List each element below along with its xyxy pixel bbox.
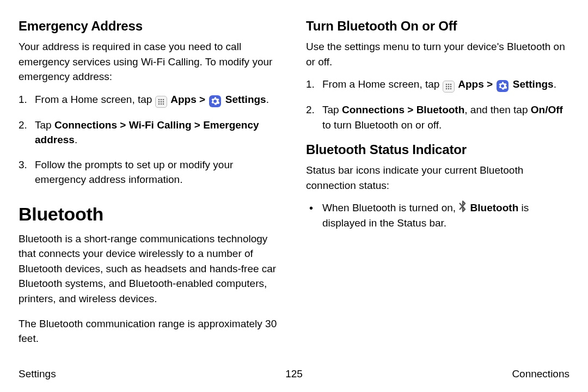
svg-point-4 <box>160 101 162 102</box>
svg-point-2 <box>162 99 164 100</box>
bullet-bold: Bluetooth <box>467 202 518 213</box>
svg-point-17 <box>450 88 451 90</box>
apps-label: Apps <box>456 78 484 90</box>
period: . <box>75 134 77 145</box>
heading-bluetooth: Bluetooth <box>19 204 282 225</box>
step-bold: On/Off <box>531 104 563 115</box>
emergency-step-1: From a Home screen, tap Apps > Settings. <box>19 92 282 108</box>
emergency-step-2: Tap Connections > Wi‑Fi Calling > Emerge… <box>19 118 282 148</box>
step-text: to turn Bluetooth on or off. <box>322 119 442 131</box>
emergency-step-3: Follow the prompts to set up or modify y… <box>19 157 282 187</box>
step-text: , and then tap <box>464 104 531 115</box>
svg-point-10 <box>448 84 449 85</box>
svg-point-9 <box>445 84 447 85</box>
step-bold: Connections > Wi‑Fi Calling > Emergency … <box>35 119 259 146</box>
turn-step-2: Tap Connections > Bluetooth, and then ta… <box>306 102 569 132</box>
svg-point-1 <box>160 99 162 100</box>
settings-label: Settings <box>222 94 266 105</box>
svg-point-7 <box>160 103 162 105</box>
footer-page-number: 125 <box>285 368 303 380</box>
bluetooth-para-2: The Bluetooth communication range is app… <box>19 316 282 346</box>
svg-point-16 <box>448 88 449 90</box>
heading-emergency-address: Emergency Address <box>19 19 282 34</box>
heading-bluetooth-status: Bluetooth Status Indicator <box>306 142 569 157</box>
turn-step-1: From a Home screen, tap Apps > Settings. <box>306 77 569 93</box>
settings-icon <box>209 95 221 107</box>
bluetooth-icon <box>458 201 467 211</box>
step-bold: Connections > Bluetooth <box>342 104 464 115</box>
step-text: Tap <box>35 119 54 131</box>
columns: Emergency Address Your address is requir… <box>19 17 569 362</box>
svg-point-14 <box>450 86 451 88</box>
step-text: From a Home screen, tap <box>322 78 443 90</box>
svg-point-8 <box>162 103 164 105</box>
right-column: Turn Bluetooth On or Off Use the setting… <box>306 17 569 362</box>
footer-right: Connections <box>512 368 569 380</box>
status-intro: Status bar icons indicate your current B… <box>306 163 569 193</box>
apps-icon <box>155 96 167 108</box>
step-text: Tap <box>322 104 342 115</box>
period: . <box>554 78 556 90</box>
turn-bluetooth-steps: From a Home screen, tap Apps > Settings.… <box>306 77 569 132</box>
apps-label: Apps <box>168 94 197 105</box>
footer-left: Settings <box>19 368 56 380</box>
heading-turn-bluetooth: Turn Bluetooth On or Off <box>306 19 569 34</box>
period: . <box>266 94 269 105</box>
svg-point-3 <box>158 101 160 102</box>
settings-label: Settings <box>510 78 553 90</box>
bluetooth-para-1: Bluetooth is a short-range communication… <box>19 231 282 307</box>
footer: Settings 125 Connections <box>19 362 569 380</box>
svg-point-11 <box>450 84 451 85</box>
chevron: > <box>484 78 496 90</box>
turn-bluetooth-intro: Use the settings menu to turn your devic… <box>306 39 569 69</box>
status-bullets: When Bluetooth is turned on, Bluetooth i… <box>306 200 569 230</box>
step-text: From a Home screen, tap <box>35 94 155 105</box>
svg-point-6 <box>158 103 160 105</box>
svg-point-15 <box>445 88 447 90</box>
svg-point-13 <box>448 86 449 88</box>
status-bullet-1: When Bluetooth is turned on, Bluetooth i… <box>306 200 569 230</box>
apps-icon <box>443 81 455 93</box>
emergency-intro: Your address is required in case you nee… <box>19 39 282 84</box>
svg-point-12 <box>445 86 447 88</box>
svg-point-0 <box>158 99 160 100</box>
left-column: Emergency Address Your address is requir… <box>19 17 282 362</box>
chevron: > <box>197 94 209 105</box>
bullet-text: When Bluetooth is turned on, <box>322 202 458 213</box>
page: Emergency Address Your address is requir… <box>0 0 588 392</box>
svg-point-5 <box>162 101 164 102</box>
emergency-steps: From a Home screen, tap Apps > Settings.… <box>19 92 282 187</box>
settings-icon <box>497 80 509 92</box>
